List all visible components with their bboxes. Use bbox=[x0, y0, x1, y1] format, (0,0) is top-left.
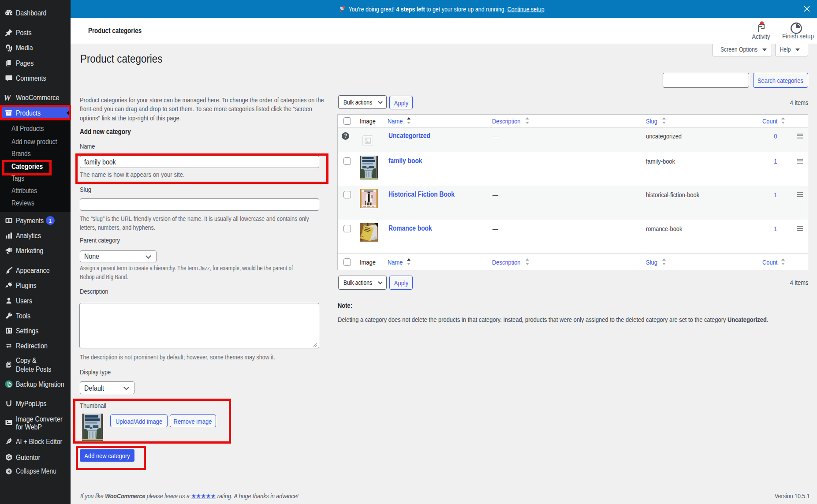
svg-text:G: G bbox=[7, 455, 11, 460]
svg-text:$: $ bbox=[7, 218, 10, 223]
svg-text:W: W bbox=[4, 93, 11, 102]
